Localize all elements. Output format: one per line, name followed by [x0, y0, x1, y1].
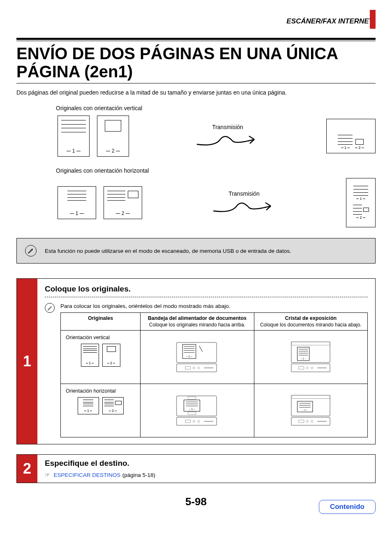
original-page-1-portrait: 1	[58, 116, 90, 157]
dashed-divider	[45, 297, 368, 297]
svg-point-8	[193, 367, 195, 369]
result-page-landscape: 1 2	[346, 178, 376, 227]
portrait-diagram-label: Originales con orientación vertical	[56, 105, 376, 111]
col-feeder-header: Bandeja del alimentador de documentos Co…	[141, 313, 254, 331]
svg-rect-31	[188, 396, 196, 399]
svg-rect-32	[188, 412, 196, 415]
cell-landscape-originals: Orientación horizontal 1 2	[61, 384, 141, 437]
step-1-number: 1	[17, 279, 37, 444]
svg-point-22	[311, 367, 313, 369]
section-header: ESCÁNER/FAX INTERNET	[16, 17, 376, 25]
cell-portrait-feeder: – 1 –	[141, 331, 254, 384]
page-title: ENVÍO DE DOS PÁGINAS EN UNA ÚNICA PÁGINA…	[16, 44, 376, 81]
landscape-diagram-label: Originales con orientación horizontal	[56, 167, 376, 174]
placement-table: Originales Bandeja del alimentador de do…	[60, 312, 368, 437]
cell-portrait-originals: Orientación vertical 1 2	[61, 331, 141, 384]
note-box: Esta función no puede utilizarse en el m…	[16, 238, 376, 264]
svg-point-35	[198, 420, 200, 422]
svg-rect-39	[291, 395, 330, 398]
transmission-label: Transmisión	[212, 124, 243, 130]
intro-text: Dos páginas del original pueden reducirs…	[16, 89, 376, 96]
pointer-icon: ☞	[45, 472, 50, 478]
note-icon	[45, 303, 55, 313]
svg-rect-36	[185, 420, 191, 423]
svg-text:– 1 –: – 1 –	[302, 408, 308, 411]
step-1-title: Coloque los originales.	[45, 284, 368, 294]
svg-point-21	[307, 367, 309, 369]
col-originals-header: Originales	[61, 313, 141, 331]
transmission-arrow-icon	[211, 199, 277, 215]
svg-rect-23	[299, 366, 304, 369]
svg-text:– 1 –: – 1 –	[301, 357, 306, 359]
step-1: 1 Coloque los originales. Para colocar l…	[16, 278, 376, 444]
cell-landscape-glass: – 1 –	[254, 384, 367, 437]
svg-rect-48	[299, 420, 304, 423]
svg-point-9	[198, 367, 200, 369]
transmission-arrow-icon	[195, 132, 261, 148]
printer-feeder-icon: – 1 –	[171, 338, 224, 376]
svg-text:– 1 –: – 1 –	[189, 407, 195, 410]
printer-feeder-icon: – 1 –	[171, 391, 224, 429]
specify-destinations-link[interactable]: ESPECIFICAR DESTINOS	[53, 472, 120, 478]
cell-portrait-glass: – 1 –	[254, 331, 367, 384]
chapter-tab	[370, 10, 376, 29]
col-glass-header: Cristal de exposición Coloque los docume…	[254, 313, 367, 331]
contents-button[interactable]: Contenido	[319, 500, 376, 514]
step-2: 2 Especifique el destino. ☞ ESPECIFICAR …	[16, 454, 376, 483]
step-1-subtext: Para colocar los originales, oriéntelos …	[60, 303, 368, 309]
svg-point-46	[307, 420, 309, 422]
svg-point-34	[193, 420, 195, 422]
step-2-title: Especifique el destino.	[45, 459, 368, 468]
page-reference: (página 5-18)	[122, 472, 155, 478]
title-rule-bottom	[16, 83, 376, 83]
original-page-1-landscape: 1	[58, 186, 96, 219]
portrait-diagram: Originales con orientación vertical 1 2 …	[58, 105, 376, 157]
landscape-diagram: Originales con orientación horizontal 1 …	[58, 167, 376, 227]
note-icon	[25, 245, 37, 257]
original-page-2-portrait: 2	[97, 116, 129, 157]
title-rule-top	[16, 38, 376, 41]
original-page-2-landscape: 2	[104, 186, 142, 219]
note-text: Esta función no puede utilizarse en el m…	[45, 248, 291, 254]
svg-rect-13	[291, 342, 330, 345]
printer-glass-icon: – 1 –	[284, 338, 337, 376]
transmission-label: Transmisión	[228, 190, 260, 197]
svg-point-47	[311, 420, 313, 422]
cell-landscape-feeder: – 1 –	[141, 384, 254, 437]
result-page-portrait: 1 2	[326, 119, 376, 153]
printer-glass-icon: – 1 –	[284, 391, 337, 429]
step-2-number: 2	[17, 455, 37, 483]
svg-text:– 1 –: – 1 –	[186, 354, 192, 357]
svg-rect-10	[185, 366, 191, 369]
